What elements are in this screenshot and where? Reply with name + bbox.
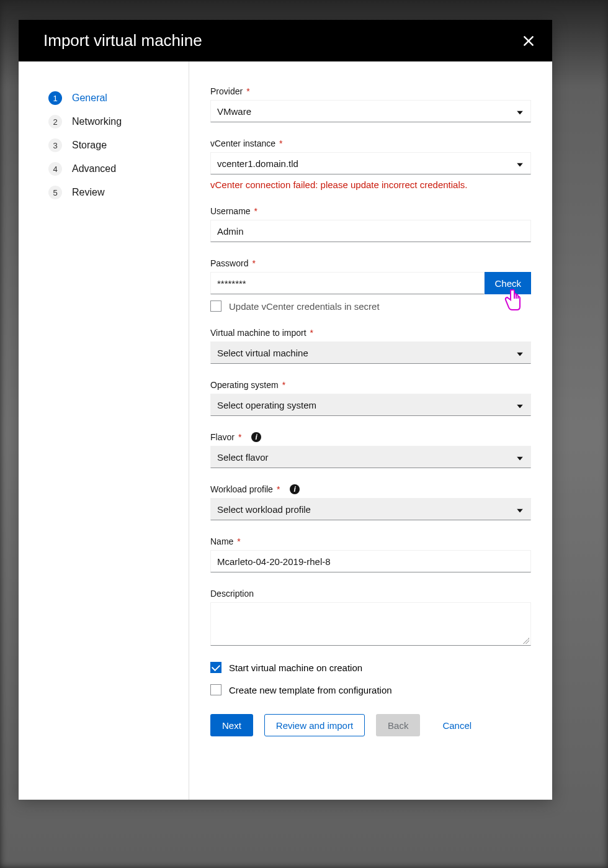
field-description: Description [210, 589, 531, 646]
field-vm-import: Virtual machine to import * Select virtu… [210, 328, 531, 364]
step-label: Networking [72, 116, 122, 127]
create-template-label: Create new template from configuration [229, 685, 392, 695]
cancel-button[interactable]: Cancel [431, 714, 483, 736]
info-icon[interactable]: i [290, 484, 300, 494]
create-template-checkbox[interactable] [210, 684, 221, 695]
vm-import-label: Virtual machine to import * [210, 328, 531, 338]
description-textarea[interactable] [210, 602, 531, 646]
workload-label: Workload profile * i [210, 484, 531, 494]
os-select[interactable]: Select operating system [210, 394, 531, 416]
step-label: Review [72, 187, 104, 198]
flavor-label: Flavor * i [210, 432, 531, 442]
password-input[interactable]: ******** [210, 272, 485, 294]
vm-import-select[interactable]: Select virtual machine [210, 341, 531, 364]
start-on-create-row: Start virtual machine on creation [210, 662, 531, 673]
step-badge: 2 [48, 115, 62, 129]
vcenter-error: vCenter connection failed: please update… [210, 179, 531, 190]
check-button[interactable]: Check [485, 272, 531, 294]
required-star: * [277, 484, 280, 494]
step-review[interactable]: 5 Review [48, 181, 174, 204]
name-label: Name * [210, 536, 531, 546]
step-badge: 3 [48, 138, 62, 152]
field-username: Username * Admin [210, 206, 531, 242]
username-input[interactable]: Admin [210, 220, 531, 242]
chevron-down-icon [517, 348, 523, 358]
required-star: * [237, 536, 240, 546]
field-password: Password * ******** Check Update vCenter… [210, 258, 531, 312]
next-button[interactable]: Next [210, 714, 253, 736]
field-vcenter: vCenter instance * vcenter1.domain.tld v… [210, 138, 531, 190]
step-general[interactable]: 1 General [48, 86, 174, 110]
name-input[interactable]: Mcarleto-04-20-2019-rhel-8 [210, 550, 531, 572]
field-name: Name * Mcarleto-04-20-2019-rhel-8 [210, 536, 531, 572]
chevron-down-icon [517, 400, 523, 410]
step-label: Storage [72, 140, 107, 151]
back-button: Back [376, 714, 420, 736]
required-star: * [279, 138, 282, 148]
modal-body: 1 General 2 Networking 3 Storage 4 Advan… [19, 61, 552, 800]
step-advanced[interactable]: 4 Advanced [48, 157, 174, 181]
required-star: * [254, 206, 257, 216]
field-provider: Provider * VMware [210, 86, 531, 122]
start-on-create-label: Start virtual machine on creation [229, 662, 362, 673]
close-icon[interactable] [522, 35, 535, 47]
step-storage[interactable]: 3 Storage [48, 133, 174, 157]
update-secret-row: Update vCenter credentials in secret [210, 301, 531, 312]
step-label: General [72, 93, 107, 104]
import-vm-modal: Import virtual machine 1 General 2 Netwo… [19, 20, 552, 800]
field-flavor: Flavor * i Select flavor [210, 432, 531, 468]
flavor-select[interactable]: Select flavor [210, 446, 531, 468]
field-workload: Workload profile * i Select workload pro… [210, 484, 531, 520]
start-on-create-checkbox[interactable] [210, 662, 221, 673]
step-badge: 5 [48, 186, 62, 199]
required-star: * [310, 328, 313, 338]
chevron-down-icon [517, 504, 523, 515]
password-label: Password * [210, 258, 531, 268]
review-import-button[interactable]: Review and import [264, 714, 365, 736]
vcenter-label: vCenter instance * [210, 138, 531, 148]
required-star: * [252, 258, 255, 268]
create-template-row: Create new template from configuration [210, 684, 531, 695]
wizard-footer: Next Review and import Back Cancel [210, 714, 531, 736]
provider-label: Provider * [210, 86, 531, 96]
update-secret-checkbox[interactable] [210, 301, 221, 312]
wizard-steps: 1 General 2 Networking 3 Storage 4 Advan… [19, 61, 189, 800]
description-label: Description [210, 589, 531, 599]
vcenter-select[interactable]: vcenter1.domain.tld [210, 152, 531, 174]
provider-select[interactable]: VMware [210, 100, 531, 122]
required-star: * [282, 380, 285, 390]
workload-select[interactable]: Select workload profile [210, 498, 531, 520]
field-os: Operating system * Select operating syst… [210, 380, 531, 416]
step-label: Advanced [72, 163, 116, 174]
step-badge: 1 [48, 91, 62, 105]
chevron-down-icon [517, 452, 523, 463]
modal-header: Import virtual machine [19, 20, 552, 61]
required-star: * [238, 432, 241, 442]
chevron-down-icon [517, 106, 523, 117]
info-icon[interactable]: i [251, 432, 261, 442]
username-label: Username * [210, 206, 531, 216]
step-badge: 4 [48, 162, 62, 176]
form-content: Provider * VMware vCenter instance * vce… [189, 61, 552, 800]
os-label: Operating system * [210, 380, 531, 390]
required-star: * [246, 86, 249, 96]
step-networking[interactable]: 2 Networking [48, 110, 174, 133]
update-secret-label: Update vCenter credentials in secret [229, 301, 380, 312]
chevron-down-icon [517, 158, 523, 169]
password-row: ******** Check [210, 272, 531, 294]
modal-title: Import virtual machine [43, 31, 202, 50]
